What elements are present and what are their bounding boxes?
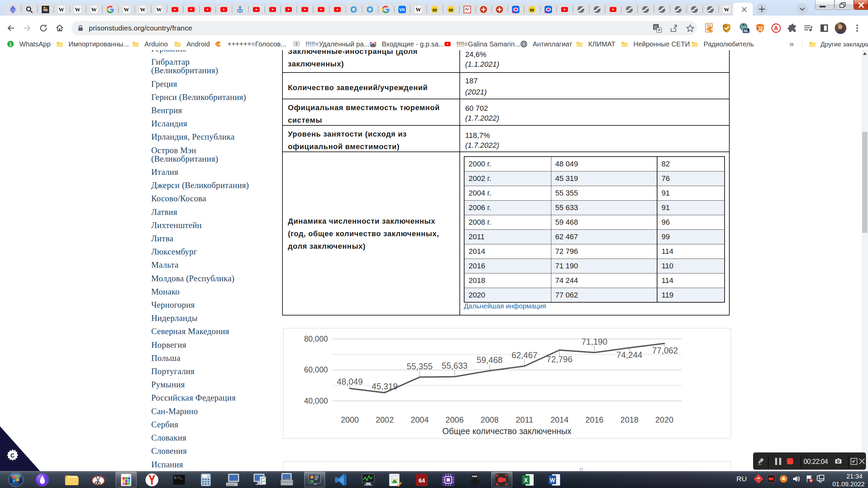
svg-text:45,319: 45,319 bbox=[372, 382, 397, 391]
svg-text:2008: 2008 bbox=[480, 415, 498, 424]
svg-text:2018: 2018 bbox=[620, 415, 638, 424]
svg-text:2000: 2000 bbox=[341, 415, 359, 424]
svg-text:2011: 2011 bbox=[516, 415, 533, 424]
svg-text:W: W bbox=[550, 477, 555, 483]
svg-text:C: C bbox=[11, 452, 15, 459]
svg-text:0: 0 bbox=[207, 475, 209, 478]
svg-text:55,633: 55,633 bbox=[442, 361, 468, 370]
svg-text:48,049: 48,049 bbox=[337, 377, 362, 386]
svg-text:2002: 2002 bbox=[376, 415, 394, 424]
svg-text:2020: 2020 bbox=[655, 415, 673, 424]
svg-text:40,000: 40,000 bbox=[304, 396, 328, 405]
svg-text:62,467: 62,467 bbox=[512, 350, 537, 360]
svg-text:2006: 2006 bbox=[446, 415, 463, 424]
svg-text:A: A bbox=[774, 25, 778, 32]
svg-text:71,190: 71,190 bbox=[581, 337, 607, 346]
svg-text:64: 64 bbox=[419, 477, 425, 484]
svg-text:2014: 2014 bbox=[550, 415, 568, 424]
svg-text:74,244: 74,244 bbox=[616, 350, 643, 360]
svg-text:80,000: 80,000 bbox=[304, 334, 328, 343]
svg-text:77,062: 77,062 bbox=[652, 346, 678, 355]
svg-text:59,468: 59,468 bbox=[477, 355, 502, 365]
svg-text:Общее количество заключенных: Общее количество заключенных bbox=[442, 426, 572, 436]
svg-text:72,796: 72,796 bbox=[547, 354, 572, 364]
svg-text:60,000: 60,000 bbox=[304, 365, 328, 374]
svg-text:X: X bbox=[524, 477, 528, 484]
svg-text:2016: 2016 bbox=[586, 415, 604, 424]
svg-text:C:\_: C:\_ bbox=[174, 476, 183, 480]
svg-text:2004: 2004 bbox=[411, 415, 429, 424]
svg-text:55,355: 55,355 bbox=[407, 362, 433, 371]
svg-text:NL: NL bbox=[744, 29, 749, 33]
